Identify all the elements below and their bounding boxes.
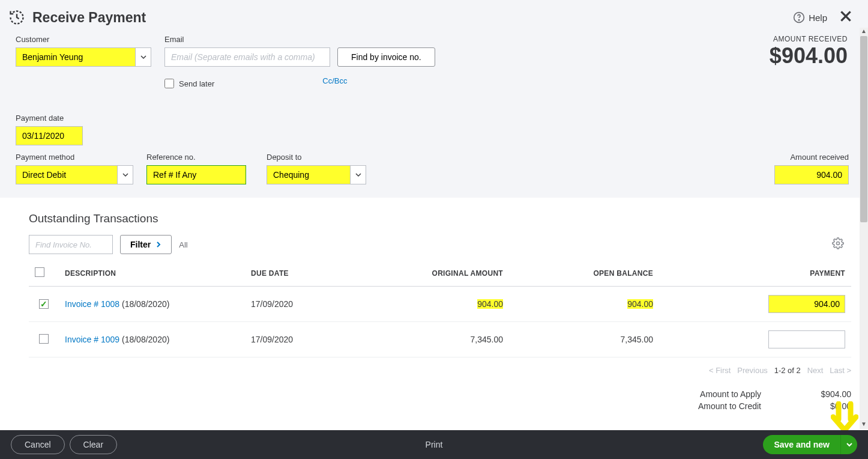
- col-description: DESCRIPTION: [59, 260, 245, 287]
- find-invoice-input[interactable]: [29, 235, 113, 254]
- page-title: Receive Payment: [32, 10, 793, 26]
- email-label: Email: [164, 35, 435, 44]
- table-row: Invoice # 1008 (18/08/2020) 17/09/2020 9…: [29, 287, 851, 322]
- transactions-table: DESCRIPTION DUE DATE ORIGINAL AMOUNT OPE…: [29, 260, 851, 357]
- save-and-new-button[interactable]: Save and new: [763, 435, 840, 454]
- pager-last[interactable]: Last >: [830, 366, 851, 375]
- help-link[interactable]: Help: [793, 11, 827, 23]
- invoice-link[interactable]: Invoice # 1009: [65, 335, 119, 344]
- customer-group: Customer: [16, 35, 151, 88]
- footer-bar: Cancel Clear Print Save and new: [0, 430, 868, 459]
- payment-date-group: Payment date: [16, 114, 83, 145]
- form-area: Customer Email Find by invoice no. Send …: [0, 31, 868, 198]
- svg-point-4: [837, 242, 840, 245]
- payment-input[interactable]: [768, 330, 845, 348]
- deposit-to-group: Deposit to: [267, 153, 366, 184]
- save-dropdown-button[interactable]: [840, 435, 857, 454]
- totals: Amount to Apply$904.00 Amount to Credit$…: [29, 389, 851, 411]
- chevron-down-icon: [355, 172, 361, 178]
- filter-all-label: All: [179, 240, 187, 249]
- scroll-up-icon[interactable]: ▲: [860, 28, 868, 36]
- filter-button[interactable]: Filter: [120, 235, 172, 254]
- history-icon[interactable]: [8, 9, 25, 26]
- chevron-right-icon: [155, 242, 161, 248]
- deposit-to-dropdown-button[interactable]: [351, 165, 366, 184]
- col-due-date: DUE DATE: [245, 260, 365, 287]
- cc-bcc-link[interactable]: Cc/Bcc: [322, 76, 347, 85]
- scroll-down-icon[interactable]: ▼: [860, 421, 868, 429]
- row-checkbox[interactable]: [39, 299, 49, 309]
- row-checkbox[interactable]: [39, 334, 49, 344]
- amount-received-field-group: Amount received: [774, 153, 849, 184]
- print-link[interactable]: Print: [426, 440, 443, 449]
- send-later-checkbox[interactable]: Send later: [164, 79, 214, 88]
- customer-dropdown-button[interactable]: [136, 47, 151, 67]
- outstanding-title: Outstanding Transactions: [29, 212, 851, 225]
- payment-method-dropdown-button[interactable]: [118, 165, 133, 184]
- cancel-button[interactable]: Cancel: [11, 435, 65, 454]
- customer-label: Customer: [16, 35, 151, 44]
- invoice-link[interactable]: Invoice # 1008: [65, 299, 119, 309]
- gear-icon[interactable]: [832, 237, 844, 252]
- select-all-checkbox[interactable]: [35, 267, 44, 277]
- col-original-amount: ORIGINAL AMOUNT: [365, 260, 509, 287]
- deposit-to-input[interactable]: [267, 165, 351, 184]
- payment-method-group: Payment method: [16, 153, 133, 184]
- chevron-down-icon: [846, 442, 852, 448]
- pager-first[interactable]: < First: [709, 366, 731, 375]
- close-icon[interactable]: [838, 8, 854, 26]
- col-open-balance: OPEN BALANCE: [509, 260, 659, 287]
- reference-no-input[interactable]: [146, 165, 246, 184]
- chevron-down-icon: [140, 54, 146, 60]
- help-icon: [793, 11, 805, 23]
- pager-next[interactable]: Next: [807, 366, 824, 375]
- scrollbar-thumb[interactable]: [860, 36, 867, 222]
- payment-method-input[interactable]: [16, 165, 118, 184]
- payment-date-input[interactable]: [16, 126, 83, 145]
- payment-input[interactable]: [768, 295, 845, 313]
- email-group: Email Find by invoice no. Send later Cc/…: [164, 35, 435, 88]
- pager-prev[interactable]: Previous: [737, 366, 768, 375]
- customer-input[interactable]: [16, 47, 136, 67]
- reference-no-group: Reference no.: [146, 153, 246, 184]
- amount-received-input[interactable]: [774, 165, 849, 184]
- amount-received-display: AMOUNT RECEIVED $904.00: [770, 35, 848, 68]
- outstanding-section: Outstanding Transactions Filter All DESC…: [0, 198, 868, 411]
- pager-current: 1-2 of 2: [774, 366, 801, 375]
- payment-date-label: Payment date: [16, 114, 83, 123]
- clear-button[interactable]: Clear: [70, 435, 117, 454]
- find-by-invoice-button[interactable]: Find by invoice no.: [337, 47, 435, 67]
- scrollbar[interactable]: [860, 36, 868, 429]
- chevron-down-icon: [122, 172, 128, 178]
- email-input[interactable]: [164, 47, 330, 67]
- page-header: Receive Payment Help: [0, 0, 868, 31]
- col-payment: PAYMENT: [659, 260, 851, 287]
- pager: < First Previous 1-2 of 2 Next Last >: [29, 366, 851, 375]
- table-row: Invoice # 1009 (18/08/2020) 17/09/2020 7…: [29, 322, 851, 357]
- svg-point-1: [798, 20, 799, 20]
